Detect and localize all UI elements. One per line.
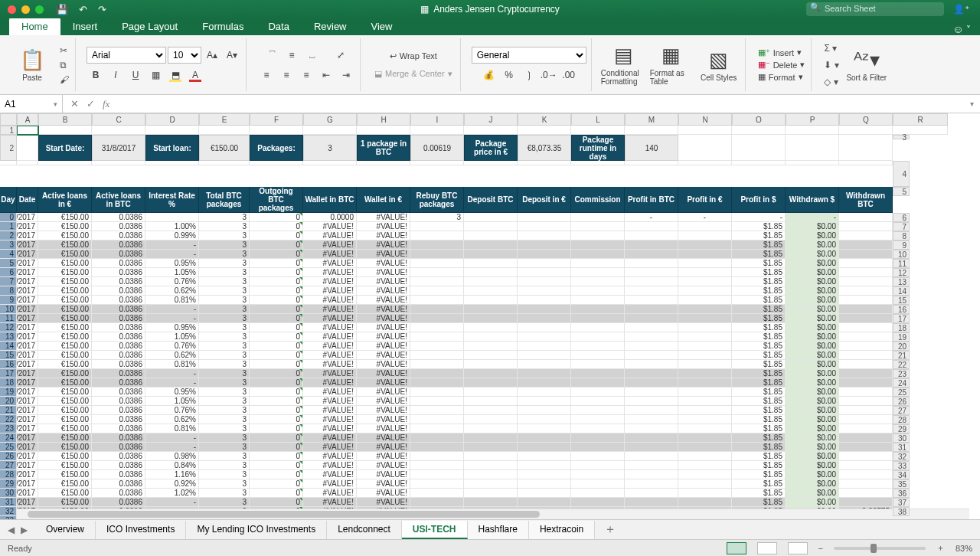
cell-profit-usd[interactable]: $1.85	[732, 277, 786, 286]
merge-center-button[interactable]: ⬓Merge & Center ▾	[371, 67, 456, 80]
cell-wallet-eur[interactable]: #VALUE!	[357, 305, 410, 314]
cell-rate[interactable]: 0.95%	[145, 388, 199, 397]
row-header-1[interactable]: 1	[0, 126, 17, 135]
cell-profit-usd[interactable]: $1.85	[732, 470, 786, 479]
expand-formula-bar-icon[interactable]: ▾	[964, 100, 980, 108]
sheet-area[interactable]: ABCDEFGHIJKLMNOPQR12Start Date:31/8/2017…	[0, 113, 980, 519]
cell-profit-btc[interactable]	[625, 489, 678, 498]
align-top-icon[interactable]: ⎴	[263, 47, 281, 64]
cell-day[interactable]: 19	[0, 388, 17, 397]
cell-deposit-btc[interactable]	[464, 443, 518, 452]
cell-rebuy[interactable]	[410, 388, 464, 397]
cell-profit-btc[interactable]	[625, 268, 678, 277]
decrease-font-icon[interactable]: A▾	[223, 47, 241, 64]
cell-rate[interactable]: -	[145, 250, 199, 259]
cell-wallet-eur[interactable]: #VALUE!	[357, 369, 410, 378]
cell-commission[interactable]	[571, 443, 625, 452]
cell-wallet-btc[interactable]: #VALUE!	[303, 415, 357, 424]
cell-profit-btc[interactable]	[625, 415, 678, 424]
table-header-3[interactable]: Active loans in BTC	[92, 187, 145, 213]
cell-rebuy[interactable]	[410, 452, 464, 461]
col-header-G[interactable]: G	[303, 113, 357, 126]
cell-wallet-btc[interactable]: #VALUE!	[303, 259, 357, 268]
cell-pkg[interactable]: 3	[199, 250, 250, 259]
cell-profit-usd[interactable]: $1.85	[732, 388, 786, 397]
fill-icon[interactable]: ⬇ ▾	[822, 59, 840, 71]
enter-icon[interactable]: ✓	[87, 98, 95, 110]
cell-wallet-eur[interactable]: #VALUE!	[357, 378, 410, 388]
table-header-2[interactable]: Active loans in €	[38, 187, 92, 213]
cell-rebuy[interactable]	[410, 433, 464, 443]
cell-out[interactable]: 0	[250, 461, 303, 470]
cell-pkg[interactable]: 3	[199, 268, 250, 277]
cell-wallet-eur[interactable]: #VALUE!	[357, 240, 410, 250]
cell-loan-btc[interactable]: 0.0386	[92, 351, 145, 360]
cell-day[interactable]: 0	[0, 213, 17, 222]
cell-date[interactable]: 15/9/2017	[17, 351, 38, 360]
cell-rate[interactable]: -	[145, 443, 199, 452]
cell-loan-eur[interactable]: €150.00	[38, 342, 92, 351]
cell-deposit-eur[interactable]	[518, 498, 571, 507]
table-header-15[interactable]: Profit in $	[732, 187, 786, 213]
cell-profit-usd[interactable]: $1.85	[732, 369, 786, 378]
increase-decimal-icon[interactable]: .0→	[540, 67, 558, 83]
cell-withdrawn-btc[interactable]	[839, 433, 893, 443]
cell-rebuy[interactable]	[410, 332, 464, 342]
cell-withdrawn-btc[interactable]	[839, 231, 893, 240]
add-sheet-button[interactable]: ＋	[595, 522, 626, 538]
cell-profit-eur[interactable]	[678, 305, 732, 314]
row-header-38[interactable]: 38	[893, 507, 910, 516]
cell-profit-eur[interactable]	[678, 433, 732, 443]
cell-loan-btc[interactable]: 0.0386	[92, 277, 145, 286]
cell-profit-eur[interactable]	[678, 498, 732, 507]
cell-wallet-btc[interactable]: #VALUE!	[303, 433, 357, 443]
cell-day[interactable]: 20	[0, 397, 17, 406]
cell-withdrawn-btc[interactable]	[839, 250, 893, 259]
cell-loan-btc[interactable]: 0.0386	[92, 406, 145, 415]
cell-pkg[interactable]: 3	[199, 415, 250, 424]
cell-profit-btc[interactable]	[625, 222, 678, 231]
cell-wallet-btc[interactable]: #VALUE!	[303, 397, 357, 406]
cell-deposit-eur[interactable]	[518, 259, 571, 268]
cell-loan-eur[interactable]: €150.00	[38, 415, 92, 424]
cell-profit-btc[interactable]	[625, 470, 678, 479]
cell-out[interactable]: 0	[250, 369, 303, 378]
cell-deposit-btc[interactable]	[464, 369, 518, 378]
table-header-14[interactable]: Profit in €	[678, 187, 732, 213]
cell-pkg[interactable]: 3	[199, 479, 250, 489]
cell-withdrawn-usd[interactable]: $0.00	[786, 397, 839, 406]
cell-profit-btc[interactable]	[625, 378, 678, 388]
cell[interactable]	[410, 161, 464, 165]
cell-commission[interactable]	[571, 231, 625, 240]
cell-profit-usd[interactable]: $1.85	[732, 332, 786, 342]
cell-deposit-btc[interactable]	[464, 378, 518, 388]
cell-wallet-btc[interactable]: #VALUE!	[303, 470, 357, 479]
cell-deposit-eur[interactable]	[518, 397, 571, 406]
cell-withdrawn-usd[interactable]: $0.00	[786, 443, 839, 452]
cell-commission[interactable]	[571, 351, 625, 360]
cell-day[interactable]: 2	[0, 231, 17, 240]
cell[interactable]	[839, 126, 893, 135]
row-header-13[interactable]: 13	[893, 277, 910, 286]
cell-wallet-eur[interactable]: #VALUE!	[357, 433, 410, 443]
cell-pkg[interactable]: 3	[199, 470, 250, 479]
cell-rate[interactable]: 1.16%	[145, 470, 199, 479]
row-header-9[interactable]: 9	[893, 240, 910, 250]
cell-commission[interactable]	[571, 213, 625, 222]
cell-deposit-btc[interactable]	[464, 397, 518, 406]
cell-date[interactable]: 24/9/2017	[17, 433, 38, 443]
cell-pkg[interactable]: 3	[199, 323, 250, 332]
select-all-corner[interactable]	[0, 113, 17, 126]
table-header-5[interactable]: Total BTC packages	[199, 187, 250, 213]
font-color-button[interactable]: A	[186, 67, 204, 83]
cell-out[interactable]: 0	[250, 277, 303, 286]
cell-withdrawn-usd[interactable]: $0.00	[786, 479, 839, 489]
cell-loan-eur[interactable]: €150.00	[38, 231, 92, 240]
cell-date[interactable]: 8/9/2017	[17, 286, 38, 296]
cell-withdrawn-btc[interactable]	[839, 323, 893, 332]
cell-withdrawn-btc[interactable]	[839, 461, 893, 470]
cell[interactable]	[678, 161, 732, 165]
cell-profit-btc[interactable]	[625, 360, 678, 369]
cell-profit-eur[interactable]	[678, 259, 732, 268]
cell-profit-usd[interactable]: $1.85	[732, 378, 786, 388]
